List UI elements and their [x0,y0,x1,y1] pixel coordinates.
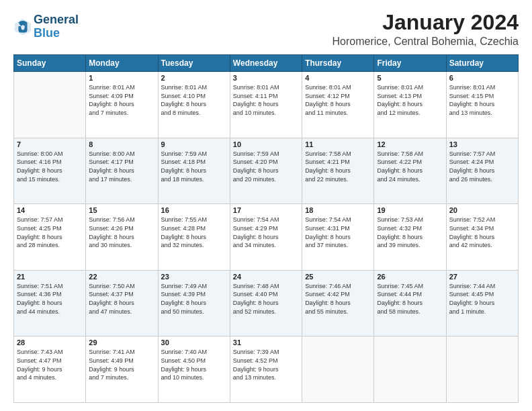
calendar-cell: 5Sunrise: 8:01 AM Sunset: 4:13 PM Daylig… [374,72,446,138]
day-number: 27 [449,273,515,281]
calendar-cell: 9Sunrise: 7:59 AM Sunset: 4:18 PM Daylig… [158,138,230,204]
calendar-cell: 10Sunrise: 7:59 AM Sunset: 4:20 PM Dayli… [230,138,302,204]
calendar-cell: 6Sunrise: 8:01 AM Sunset: 4:15 PM Daylig… [446,72,518,138]
calendar-cell: 22Sunrise: 7:50 AM Sunset: 4:37 PM Dayli… [86,270,158,336]
calendar-cell: 25Sunrise: 7:46 AM Sunset: 4:42 PM Dayli… [302,270,374,336]
calendar-cell: 23Sunrise: 7:49 AM Sunset: 4:39 PM Dayli… [158,270,230,336]
day-info: Sunrise: 7:46 AM Sunset: 4:42 PM Dayligh… [305,282,371,316]
calendar-cell: 7Sunrise: 8:00 AM Sunset: 4:16 PM Daylig… [14,138,86,204]
day-info: Sunrise: 7:45 AM Sunset: 4:44 PM Dayligh… [377,282,443,316]
day-number: 3 [233,74,299,82]
calendar-cell: 16Sunrise: 7:55 AM Sunset: 4:28 PM Dayli… [158,204,230,271]
day-info: Sunrise: 7:53 AM Sunset: 4:32 PM Dayligh… [377,216,443,249]
day-number: 5 [377,74,443,82]
calendar-cell: 27Sunrise: 7:44 AM Sunset: 4:45 PM Dayli… [446,270,518,336]
day-info: Sunrise: 7:54 AM Sunset: 4:29 PM Dayligh… [233,216,299,249]
calendar-cell: 24Sunrise: 7:48 AM Sunset: 4:40 PM Dayli… [230,270,302,336]
calendar-week-row: 21Sunrise: 7:51 AM Sunset: 4:36 PM Dayli… [14,270,519,336]
calendar-cell: 11Sunrise: 7:58 AM Sunset: 4:21 PM Dayli… [302,138,374,204]
day-number: 26 [377,273,443,281]
calendar-week-row: 14Sunrise: 7:57 AM Sunset: 4:25 PM Dayli… [14,204,519,271]
day-info: Sunrise: 8:01 AM Sunset: 4:11 PM Dayligh… [233,83,299,117]
day-number: 7 [17,140,83,148]
calendar-header-row: SundayMondayTuesdayWednesdayThursdayFrid… [14,55,519,72]
day-number: 25 [305,273,371,281]
day-number: 17 [233,206,299,214]
calendar-cell: 3Sunrise: 8:01 AM Sunset: 4:11 PM Daylig… [230,72,302,138]
title-block: January 2024 Horomerice, Central Bohemia… [332,11,519,48]
day-info: Sunrise: 7:55 AM Sunset: 4:28 PM Dayligh… [161,216,227,249]
day-number: 22 [89,273,154,281]
header: General Blue January 2024 Horomerice, Ce… [13,11,519,48]
day-info: Sunrise: 7:51 AM Sunset: 4:36 PM Dayligh… [17,282,83,316]
logo-text: General Blue [34,13,79,40]
calendar-day-header: Friday [374,55,446,72]
day-number: 4 [305,74,371,82]
day-info: Sunrise: 7:48 AM Sunset: 4:40 PM Dayligh… [233,282,299,316]
day-number: 9 [161,140,227,148]
day-info: Sunrise: 7:39 AM Sunset: 4:52 PM Dayligh… [233,348,299,381]
calendar-cell [302,336,374,403]
day-info: Sunrise: 8:01 AM Sunset: 4:10 PM Dayligh… [161,83,227,117]
day-info: Sunrise: 7:44 AM Sunset: 4:45 PM Dayligh… [449,282,515,316]
day-info: Sunrise: 7:52 AM Sunset: 4:34 PM Dayligh… [449,216,515,249]
calendar-cell: 29Sunrise: 7:41 AM Sunset: 4:49 PM Dayli… [86,336,158,403]
calendar-cell: 13Sunrise: 7:57 AM Sunset: 4:24 PM Dayli… [446,138,518,204]
month-title: January 2024 [332,11,519,34]
day-number: 20 [449,206,515,214]
day-number: 13 [449,140,515,148]
day-number: 14 [17,206,83,214]
day-info: Sunrise: 7:41 AM Sunset: 4:49 PM Dayligh… [89,348,154,381]
calendar-week-row: 1Sunrise: 8:01 AM Sunset: 4:09 PM Daylig… [14,72,519,138]
calendar-cell: 8Sunrise: 8:00 AM Sunset: 4:17 PM Daylig… [86,138,158,204]
day-number: 19 [377,206,443,214]
day-info: Sunrise: 7:58 AM Sunset: 4:21 PM Dayligh… [305,150,371,183]
day-info: Sunrise: 7:56 AM Sunset: 4:26 PM Dayligh… [89,216,154,249]
calendar-day-header: Thursday [302,55,374,72]
day-number: 31 [233,338,299,347]
calendar-week-row: 7Sunrise: 8:00 AM Sunset: 4:16 PM Daylig… [14,138,519,204]
day-number: 11 [305,140,371,148]
day-number: 15 [89,206,154,214]
day-number: 12 [377,140,443,148]
day-number: 6 [449,74,515,82]
calendar-cell: 20Sunrise: 7:52 AM Sunset: 4:34 PM Dayli… [446,204,518,271]
day-number: 8 [89,140,154,148]
logo: General Blue [13,13,79,40]
calendar-cell: 1Sunrise: 8:01 AM Sunset: 4:09 PM Daylig… [86,72,158,138]
day-number: 16 [161,206,227,214]
day-info: Sunrise: 7:57 AM Sunset: 4:24 PM Dayligh… [449,150,515,183]
day-info: Sunrise: 8:00 AM Sunset: 4:16 PM Dayligh… [17,150,83,183]
calendar-cell [446,336,518,403]
day-number: 30 [161,338,227,347]
day-info: Sunrise: 8:00 AM Sunset: 4:17 PM Dayligh… [89,150,154,183]
day-number: 21 [17,273,83,281]
day-info: Sunrise: 7:59 AM Sunset: 4:18 PM Dayligh… [161,150,227,183]
day-info: Sunrise: 8:01 AM Sunset: 4:09 PM Dayligh… [89,83,154,117]
logo-icon [13,17,32,36]
calendar-day-header: Tuesday [158,55,230,72]
day-info: Sunrise: 8:01 AM Sunset: 4:13 PM Dayligh… [377,83,443,117]
location-title: Horomerice, Central Bohemia, Czechia [332,36,519,48]
calendar-day-header: Sunday [14,55,86,72]
day-info: Sunrise: 7:57 AM Sunset: 4:25 PM Dayligh… [17,216,83,249]
day-number: 23 [161,273,227,281]
day-number: 2 [161,74,227,82]
calendar-cell: 21Sunrise: 7:51 AM Sunset: 4:36 PM Dayli… [14,270,86,336]
calendar-cell: 18Sunrise: 7:54 AM Sunset: 4:31 PM Dayli… [302,204,374,271]
calendar-day-header: Wednesday [230,55,302,72]
day-number: 1 [89,74,154,82]
day-info: Sunrise: 7:43 AM Sunset: 4:47 PM Dayligh… [17,348,83,381]
day-number: 18 [305,206,371,214]
day-number: 10 [233,140,299,148]
day-info: Sunrise: 7:58 AM Sunset: 4:22 PM Dayligh… [377,150,443,183]
calendar-cell: 17Sunrise: 7:54 AM Sunset: 4:29 PM Dayli… [230,204,302,271]
calendar-cell: 12Sunrise: 7:58 AM Sunset: 4:22 PM Dayli… [374,138,446,204]
day-number: 28 [17,338,83,347]
calendar-day-header: Saturday [446,55,518,72]
calendar-cell: 30Sunrise: 7:40 AM Sunset: 4:50 PM Dayli… [158,336,230,403]
calendar-day-header: Monday [86,55,158,72]
calendar-cell: 15Sunrise: 7:56 AM Sunset: 4:26 PM Dayli… [86,204,158,271]
calendar-cell: 31Sunrise: 7:39 AM Sunset: 4:52 PM Dayli… [230,336,302,403]
day-info: Sunrise: 8:01 AM Sunset: 4:15 PM Dayligh… [449,83,515,117]
